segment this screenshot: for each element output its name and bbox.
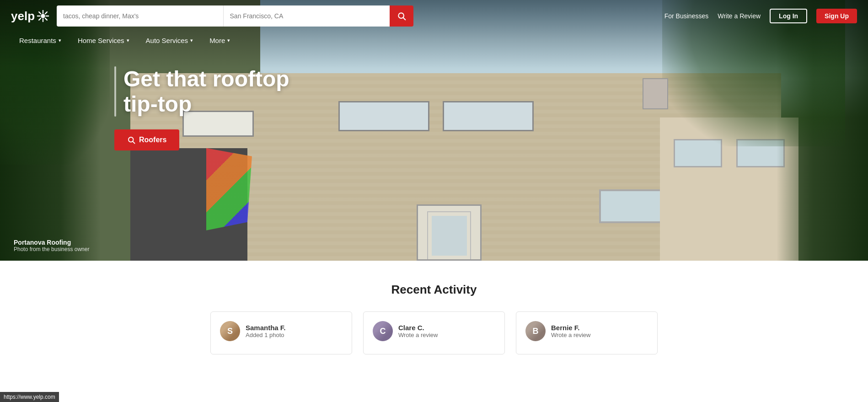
door-window — [427, 211, 471, 259]
recent-activity-section: Recent Activity S Samantha F. Added 1 ph… — [0, 261, 868, 373]
avatar-clare: C — [373, 321, 393, 341]
user-info-samantha: Samantha F. Added 1 photo — [246, 324, 286, 338]
nav-label-restaurants: Restaurants — [19, 37, 56, 44]
yelp-logo[interactable]: yelp — [11, 9, 49, 23]
svg-line-8 — [39, 18, 41, 20]
user-action-clare: Wrote a review — [398, 332, 438, 338]
svg-line-7 — [45, 12, 47, 14]
window-upper-right — [443, 101, 534, 131]
activity-user-samantha: S Samantha F. Added 1 photo — [220, 321, 343, 341]
hero-content: Get that rooftop tip-top Roofers — [114, 66, 289, 150]
photo-credit: Portanova Roofing Photo from the busines… — [14, 239, 89, 252]
logo-text: yelp — [11, 9, 35, 23]
svg-line-6 — [45, 18, 47, 20]
activity-card-clare: C Clare C. Wrote a review — [363, 311, 505, 354]
for-businesses-link[interactable]: For Businesses — [664, 12, 708, 20]
nav-item-restaurants[interactable]: Restaurants ▾ — [11, 32, 70, 49]
search-icon — [397, 11, 406, 21]
user-action-samantha: Added 1 photo — [246, 332, 286, 338]
svg-point-0 — [41, 14, 45, 18]
search-bar: tacos, cheap dinner, Max's San Francisco… — [57, 5, 413, 27]
svg-line-5 — [39, 12, 41, 14]
search-icon — [127, 136, 135, 144]
activity-card-samantha: S Samantha F. Added 1 photo — [210, 311, 352, 354]
search-what-input[interactable]: tacos, cheap dinner, Max's — [57, 5, 223, 27]
header: yelp tacos, cheap dinner, Max's San Fran… — [0, 0, 868, 49]
chevron-down-icon: ▾ — [190, 38, 193, 43]
roofers-button[interactable]: Roofers — [114, 129, 179, 150]
nav-item-auto-services[interactable]: Auto Services ▾ — [138, 32, 202, 49]
flag-colors — [206, 148, 252, 230]
avatar-image-bernie: B — [525, 321, 546, 341]
chevron-down-icon: ▾ — [127, 38, 129, 43]
section-title: Recent Activity — [11, 283, 857, 297]
door-window-glass — [432, 216, 467, 256]
photo-credit-business: Portanova Roofing — [14, 239, 89, 246]
search-where-input[interactable]: San Francisco, CA — [224, 5, 390, 27]
signup-button[interactable]: Sign Up — [816, 9, 857, 23]
front-door — [417, 204, 482, 261]
svg-line-10 — [403, 18, 406, 20]
svg-line-12 — [133, 142, 134, 144]
activity-card-bernie: B Bernie F. Wrote a review — [516, 311, 658, 354]
garage — [130, 148, 247, 261]
flag — [206, 148, 261, 240]
nav-bar: Restaurants ▾ Home Services ▾ Auto Servi… — [0, 32, 868, 49]
user-info-bernie: Bernie F. Wrote a review — [551, 324, 590, 338]
user-info-clare: Clare C. Wrote a review — [398, 324, 438, 338]
window-upper-center — [338, 101, 429, 131]
login-button[interactable]: Log In — [770, 9, 807, 23]
avatar-samantha: S — [220, 321, 240, 341]
avatar-image-samantha: S — [220, 321, 240, 341]
chimney — [643, 78, 669, 109]
activity-cards: S Samantha F. Added 1 photo C Clare C. — [11, 311, 857, 354]
nav-item-more[interactable]: More ▾ — [201, 32, 238, 49]
chevron-down-icon: ▾ — [59, 38, 61, 43]
nav-item-home-services[interactable]: Home Services ▾ — [70, 32, 138, 49]
hero-title: Get that rooftop tip-top — [123, 66, 289, 117]
logo-burst-icon — [37, 10, 49, 22]
accent-bar — [114, 66, 116, 117]
avatar-bernie: B — [525, 321, 546, 341]
top-bar: yelp tacos, cheap dinner, Max's San Fran… — [0, 0, 868, 32]
header-actions: For Businesses Write a Review Log In Sig… — [664, 9, 857, 23]
nav-label-home-services: Home Services — [78, 37, 124, 44]
write-review-link[interactable]: Write a Review — [718, 12, 761, 20]
user-name-bernie: Bernie F. — [551, 324, 590, 332]
user-name-clare: Clare C. — [398, 324, 438, 332]
photo-credit-description: Photo from the business owner — [14, 246, 89, 252]
activity-user-bernie: B Bernie F. Wrote a review — [525, 321, 648, 341]
user-name-samantha: Samantha F. — [246, 324, 286, 332]
activity-user-clare: C Clare C. Wrote a review — [373, 321, 495, 341]
chevron-down-icon: ▾ — [227, 38, 230, 43]
nav-label-auto-services: Auto Services — [146, 37, 188, 44]
search-button[interactable] — [390, 5, 413, 27]
avatar-image-clare: C — [373, 321, 393, 341]
nav-label-more: More — [209, 37, 225, 44]
user-action-bernie: Wrote a review — [551, 332, 590, 338]
